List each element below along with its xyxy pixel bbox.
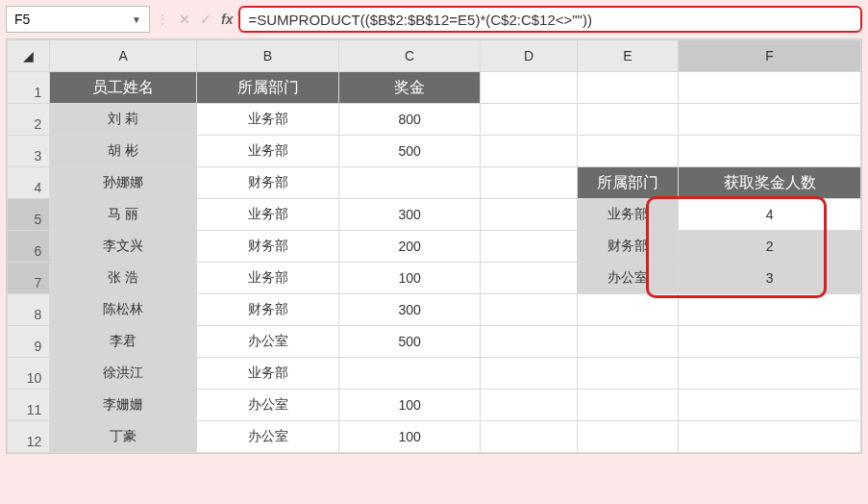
cell-B6[interactable]: 财务部 — [197, 231, 339, 263]
cell-D9[interactable] — [481, 326, 577, 358]
cell-F4[interactable]: 获取奖金人数 — [679, 167, 861, 199]
row-header-3[interactable]: 3 — [8, 136, 50, 167]
cell-A4[interactable]: 孙娜娜 — [50, 167, 197, 199]
cell-F7[interactable]: 3 — [679, 263, 861, 294]
cell-B9[interactable]: 办公室 — [197, 326, 339, 358]
cell-B7[interactable]: 业务部 — [197, 263, 339, 294]
cell-F10[interactable] — [679, 358, 861, 390]
cell-E10[interactable] — [577, 358, 678, 390]
cell-A5[interactable]: 马 丽 — [50, 199, 197, 231]
cell-E4[interactable]: 所属部门 — [577, 167, 678, 199]
cell-C1[interactable]: 奖金 — [338, 72, 481, 104]
col-header-E[interactable]: E — [577, 40, 678, 72]
cell-E8[interactable] — [577, 294, 678, 326]
cell-E5[interactable]: 业务部 — [577, 199, 678, 231]
row-header-8[interactable]: 8 — [8, 294, 50, 326]
cell-A10[interactable]: 徐洪江 — [50, 358, 197, 390]
cell-C12[interactable]: 100 — [338, 421, 481, 453]
cell-D7[interactable] — [481, 263, 577, 294]
col-header-A[interactable]: A — [50, 40, 197, 72]
fx-icon[interactable]: fx — [221, 12, 233, 27]
cell-A9[interactable]: 李君 — [50, 326, 197, 358]
cell-F11[interactable] — [679, 390, 861, 421]
cell-B4[interactable]: 财务部 — [197, 167, 339, 199]
cell-F9[interactable] — [679, 326, 861, 358]
spreadsheet: ◢ A B C D E F 1 员工姓名 所属部门 奖金 2 刘 莉 业务部 8… — [6, 38, 862, 454]
row-header-11[interactable]: 11 — [8, 390, 50, 421]
cell-C2[interactable]: 800 — [338, 104, 481, 136]
cell-E6[interactable]: 财务部 — [577, 231, 678, 263]
cell-A11[interactable]: 李姗姗 — [50, 390, 197, 421]
cell-F2[interactable] — [679, 104, 861, 136]
cell-C11[interactable]: 100 — [338, 390, 481, 421]
grid[interactable]: ◢ A B C D E F 1 员工姓名 所属部门 奖金 2 刘 莉 业务部 8… — [7, 39, 861, 453]
row-header-12[interactable]: 12 — [8, 421, 50, 453]
cell-C7[interactable]: 100 — [338, 263, 481, 294]
name-box[interactable]: F5 ▼ — [6, 6, 150, 33]
cell-B8[interactable]: 财务部 — [197, 294, 339, 326]
cell-C4[interactable] — [338, 167, 481, 199]
row-header-4[interactable]: 4 — [8, 167, 50, 199]
cell-B11[interactable]: 办公室 — [197, 390, 339, 421]
cell-C8[interactable]: 300 — [338, 294, 481, 326]
row-header-5[interactable]: 5 — [8, 199, 50, 231]
row-header-7[interactable]: 7 — [8, 263, 50, 294]
cell-F6[interactable]: 2 — [679, 231, 861, 263]
cell-C6[interactable]: 200 — [338, 231, 481, 263]
cell-D4[interactable] — [481, 167, 577, 199]
cell-A12[interactable]: 丁豪 — [50, 421, 197, 453]
cell-B3[interactable]: 业务部 — [197, 136, 339, 167]
cell-A6[interactable]: 李文兴 — [50, 231, 197, 263]
cell-F1[interactable] — [679, 72, 861, 104]
cell-E2[interactable] — [577, 104, 678, 136]
cell-D12[interactable] — [481, 421, 577, 453]
cancel-icon[interactable]: ✕ — [179, 12, 190, 27]
col-header-B[interactable]: B — [197, 40, 339, 72]
cell-E11[interactable] — [577, 390, 678, 421]
row-header-1[interactable]: 1 — [8, 72, 50, 104]
cell-F5[interactable]: 4 — [679, 199, 861, 231]
cell-D10[interactable] — [481, 358, 577, 390]
cell-D2[interactable] — [481, 104, 577, 136]
cell-A8[interactable]: 陈松林 — [50, 294, 197, 326]
cell-A7[interactable]: 张 浩 — [50, 263, 197, 294]
cell-E9[interactable] — [577, 326, 678, 358]
cell-B2[interactable]: 业务部 — [197, 104, 339, 136]
cell-C9[interactable]: 500 — [338, 326, 481, 358]
formula-input[interactable]: =SUMPRODUCT(($B$2:$B$12=E5)*(C$2:C$12<>"… — [238, 6, 862, 33]
row-header-6[interactable]: 6 — [8, 231, 50, 263]
cell-E12[interactable] — [577, 421, 678, 453]
cell-C10[interactable] — [338, 358, 481, 390]
cell-E3[interactable] — [577, 136, 678, 167]
enter-icon[interactable]: ✓ — [200, 12, 211, 27]
cell-D8[interactable] — [481, 294, 577, 326]
col-header-C[interactable]: C — [338, 40, 481, 72]
cell-F12[interactable] — [679, 421, 861, 453]
cell-D11[interactable] — [481, 390, 577, 421]
row-header-9[interactable]: 9 — [8, 326, 50, 358]
row-header-2[interactable]: 2 — [8, 104, 50, 136]
col-header-F[interactable]: F — [679, 40, 861, 72]
cell-B5[interactable]: 业务部 — [197, 199, 339, 231]
cell-A2[interactable]: 刘 莉 — [50, 104, 197, 136]
name-box-value: F5 — [14, 12, 30, 27]
cell-D6[interactable] — [481, 231, 577, 263]
cell-A1[interactable]: 员工姓名 — [50, 72, 197, 104]
cell-D1[interactable] — [481, 72, 577, 104]
col-header-D[interactable]: D — [481, 40, 577, 72]
cell-F8[interactable] — [679, 294, 861, 326]
cell-D3[interactable] — [481, 136, 577, 167]
cell-E7[interactable]: 办公室 — [577, 263, 678, 294]
cell-D5[interactable] — [481, 199, 577, 231]
row-header-10[interactable]: 10 — [8, 358, 50, 390]
select-all-corner[interactable]: ◢ — [8, 40, 50, 72]
cell-B1[interactable]: 所属部门 — [197, 72, 339, 104]
cell-C5[interactable]: 300 — [338, 199, 481, 231]
cell-A3[interactable]: 胡 彬 — [50, 136, 197, 167]
cell-B10[interactable]: 业务部 — [197, 358, 339, 390]
cell-F3[interactable] — [679, 136, 861, 167]
cell-C3[interactable]: 500 — [338, 136, 481, 167]
cell-E1[interactable] — [577, 72, 678, 104]
cell-B12[interactable]: 办公室 — [197, 421, 339, 453]
dropdown-icon[interactable]: ▼ — [132, 14, 141, 25]
